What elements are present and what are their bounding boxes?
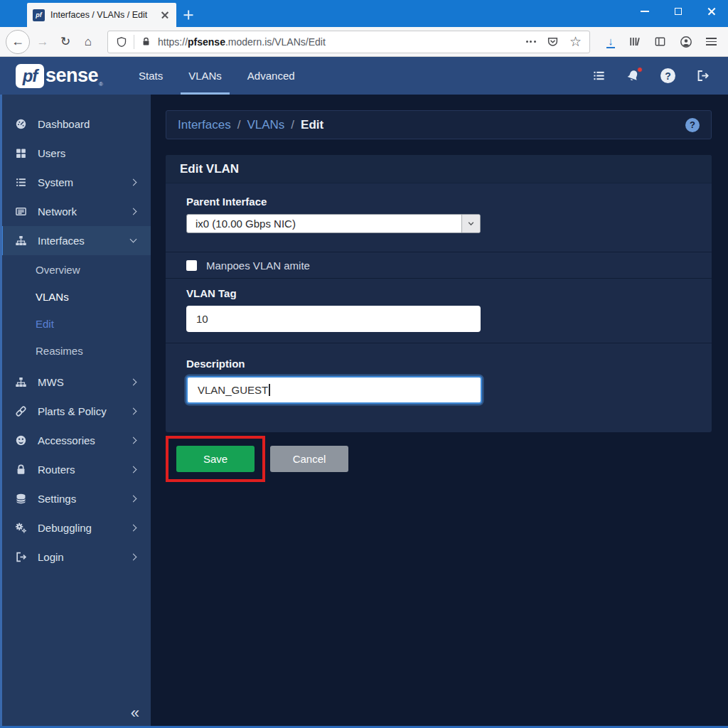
submenu-item-vlans[interactable]: VLANs (0, 283, 151, 310)
download-icon[interactable]: ↓ (606, 36, 615, 48)
select-dropdown-button[interactable] (461, 215, 480, 232)
vlan-tag-value: 10 (196, 313, 208, 325)
panel-title: Edit VLAN (166, 155, 712, 183)
chevron-down-icon (130, 236, 137, 243)
sidebar-item-mws[interactable]: MWS (0, 368, 151, 397)
pocket-icon[interactable] (547, 36, 559, 48)
maximize-button[interactable] (661, 0, 695, 23)
sidebar-item-network[interactable]: Network (0, 197, 151, 226)
maximize-icon (675, 8, 682, 15)
parent-interface-row: Parent Interface ix0 (10.00 Gbps NIC) (166, 183, 712, 252)
breadcrumb-help-icon[interactable]: ? (685, 118, 700, 132)
sidebar-item-accessories[interactable]: Accessories (0, 426, 151, 455)
text-caret (269, 384, 270, 396)
account-icon[interactable] (680, 36, 692, 48)
url-path: .modern.is/VLANs/Edit (225, 36, 326, 48)
cancel-button[interactable]: Cancel (270, 446, 348, 472)
library-icon[interactable] (628, 36, 641, 48)
lock-icon (141, 36, 151, 47)
url-bar[interactable]: https://pfsense.modern.is/VLANs/Edit ☆ (107, 31, 590, 53)
window-edge (0, 95, 2, 726)
vlan-tag-input[interactable]: 10 (186, 306, 481, 332)
submenu-item-overview[interactable]: Overview (0, 256, 151, 283)
sidebar-toggle-icon[interactable] (654, 36, 666, 48)
minimize-button[interactable] (628, 0, 661, 23)
vlan-checkbox[interactable] (186, 260, 197, 271)
nav-advanced[interactable]: Advanced (235, 57, 308, 95)
new-tab-button[interactable] (176, 3, 200, 27)
sidebar-item-interfaces[interactable]: Interfaces (0, 226, 151, 255)
parent-interface-label: Parent Interface (186, 196, 712, 208)
parent-interface-select[interactable]: ix0 (10.00 Gbps NIC) (186, 214, 481, 233)
sidebar-item-system[interactable]: System (0, 168, 151, 197)
submenu-item-edit[interactable]: Edit (0, 310, 151, 337)
breadcrumb-vlans[interactable]: VLANs (247, 118, 284, 132)
pfsense-logo[interactable]: pf sense ® (16, 57, 103, 95)
minimize-icon (641, 11, 649, 12)
nav-stats[interactable]: Stats (126, 57, 176, 95)
sidebar-item-settings[interactable]: Settings (0, 484, 151, 513)
sidebar-item-plarts-policy[interactable]: Plarts & Policy (0, 397, 151, 426)
sign-out-icon (15, 551, 28, 564)
forward-button[interactable]: → (31, 31, 54, 53)
nav-vlans[interactable]: VLANs (176, 57, 235, 95)
url-text[interactable]: https://pfsense.modern.is/VLANs/Edit (158, 36, 520, 48)
browser-titlebar: pf Interfaces / VLANs / Edit (0, 0, 728, 27)
reload-button[interactable]: ↻ (54, 31, 77, 53)
breadcrumb: Interfaces / VLANs / Edit ? (166, 110, 712, 139)
vlan-checkbox-row: Manpoes VLAN amite (166, 252, 712, 279)
submenu-item-reasimes[interactable]: Reasimes (0, 337, 151, 364)
shield-icon[interactable] (116, 36, 127, 48)
chevron-right-icon (130, 379, 137, 386)
sidebar-item-users[interactable]: Users (0, 139, 151, 168)
menu-icon[interactable] (706, 38, 717, 46)
sidebar-item-debuggling[interactable]: Debuggling (0, 513, 151, 542)
home-button[interactable]: ⌂ (77, 31, 100, 53)
sidebar-item-label: Debuggling (38, 522, 131, 534)
breadcrumb-current: Edit (301, 118, 323, 132)
url-domain: pfsense (188, 36, 225, 48)
sitemap-icon (15, 376, 28, 389)
sidebar-item-routers[interactable]: Routers (0, 455, 151, 484)
sidebar-collapse-button[interactable]: « (131, 704, 139, 722)
notification-bell-icon[interactable] (626, 69, 640, 82)
users-grid-icon (15, 147, 28, 160)
sidebar-item-label: Interfaces (38, 235, 131, 247)
breadcrumb-separator: / (291, 118, 294, 132)
logout-icon[interactable] (696, 69, 710, 82)
breadcrumb-separator: / (237, 118, 241, 132)
sidebar-item-label: Settings (38, 493, 131, 505)
header-icons: ? (592, 57, 710, 95)
sidebar-item-label: Routers (38, 464, 131, 476)
logo-registered-mark: ® (99, 81, 103, 87)
form-actions: Save Cancel (166, 436, 712, 482)
sidebar-item-label: MWS (38, 376, 131, 388)
page-actions-icon[interactable] (526, 41, 536, 43)
top-nav: Stats VLANs Advanced (126, 57, 308, 95)
browser-tab[interactable]: pf Interfaces / VLANs / Edit (27, 3, 176, 27)
urlbar-divider (134, 35, 134, 49)
breadcrumb-interfaces[interactable]: Interfaces (178, 118, 231, 132)
logo-box: pf (16, 64, 44, 88)
bookmark-star-icon[interactable]: ☆ (569, 35, 582, 48)
list-icon[interactable] (592, 69, 606, 82)
sidebar-item-dashboard[interactable]: Dashboard (0, 109, 151, 139)
system-list-icon (15, 176, 28, 189)
sidebar-item-label: Users (38, 147, 138, 159)
close-icon (707, 8, 715, 16)
sidebar-item-label: Plarts & Policy (38, 405, 131, 417)
save-button[interactable]: Save (176, 446, 255, 472)
vlan-tag-row: VLAN Tag 10 (166, 279, 712, 343)
description-input[interactable]: VLAN_GUEST (186, 376, 482, 404)
window-controls (628, 0, 728, 23)
logo-sense-text: sense (46, 65, 98, 87)
padlock-icon (15, 464, 28, 476)
tab-close-icon[interactable] (159, 9, 171, 21)
help-icon[interactable]: ? (660, 68, 675, 83)
chevron-right-icon (130, 466, 137, 473)
window-close-button[interactable] (695, 0, 728, 23)
network-card-icon (15, 205, 28, 218)
sidebar-item-login[interactable]: Login (0, 542, 151, 572)
parent-interface-value: ix0 (10.00 Gbps NIC) (187, 218, 461, 230)
back-button[interactable]: ← (6, 30, 30, 54)
